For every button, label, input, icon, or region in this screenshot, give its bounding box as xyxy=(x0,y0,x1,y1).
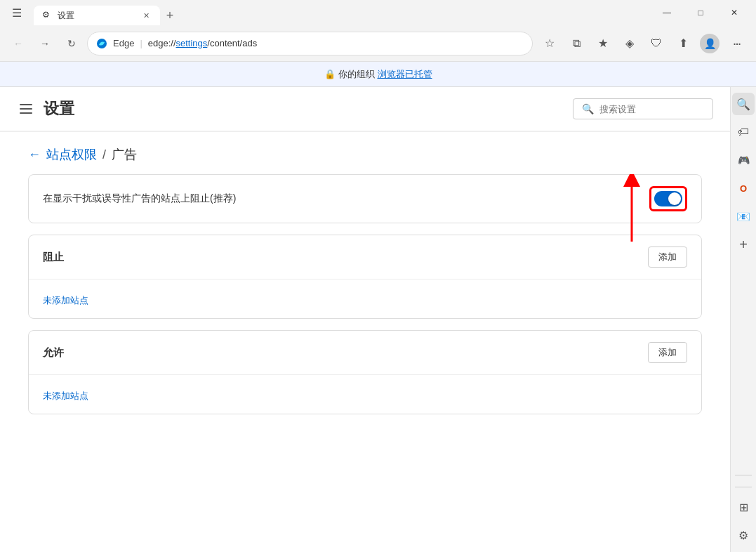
settings-title-label: 设置 xyxy=(44,98,74,119)
sidebar-outlook-button[interactable]: 📧 xyxy=(732,205,755,228)
breadcrumb-current-label: 广告 xyxy=(112,146,137,163)
settings-link[interactable]: settings xyxy=(176,38,208,48)
share-button[interactable]: ⬆ xyxy=(670,31,696,56)
address-input[interactable]: Edge | edge://settings/content/ads xyxy=(87,32,533,55)
ads-toggle[interactable] xyxy=(654,191,682,206)
tab-close-button[interactable]: ✕ xyxy=(140,10,152,21)
profile-avatar: 👤 xyxy=(700,34,719,53)
sidebar-shopping-button[interactable]: 🏷 xyxy=(732,121,755,143)
settings-content: 在显示干扰或误导性广告的站点上阻止(推荐) xyxy=(0,174,730,552)
collections-button[interactable]: ⧉ xyxy=(564,31,589,56)
block-section-title: 阻止 xyxy=(43,251,64,264)
back-button[interactable]: ← xyxy=(7,32,29,55)
main-layout: 设置 🔍 ← 站点权限 / 广告 在显示干扰或误导性广告的站点上阻止(推荐) xyxy=(0,87,756,552)
refresh-button[interactable]: ↻ xyxy=(60,32,83,55)
block-empty-row: 未添加站点 xyxy=(29,279,701,318)
window-controls-right: — □ ✕ xyxy=(651,1,750,24)
notification-text: 你的组织 xyxy=(338,68,375,81)
favorites-button[interactable]: ★ xyxy=(590,31,616,56)
allow-add-button[interactable]: 添加 xyxy=(648,342,687,363)
allow-card: 允许 添加 未添加站点 xyxy=(28,330,702,414)
forward-button[interactable]: → xyxy=(34,32,56,55)
tab-title-label: 设置 xyxy=(58,10,136,22)
sidebar-games-button[interactable]: 🎮 xyxy=(732,149,755,171)
block-add-button[interactable]: 添加 xyxy=(648,247,687,268)
sidebar-panel-button[interactable]: ⊞ xyxy=(732,496,755,518)
settings-search-box[interactable]: 🔍 xyxy=(573,98,713,119)
notification-lock-icon: 🔒 xyxy=(324,69,336,79)
sidebar-divider xyxy=(735,475,752,475)
content-area: 设置 🔍 ← 站点权限 / 广告 在显示干扰或误导性广告的站点上阻止(推荐) xyxy=(0,87,730,552)
add-to-favorites-button[interactable]: ☆ xyxy=(537,31,562,56)
more-tools-button[interactable]: ··· xyxy=(724,31,749,56)
sidebar-add-button[interactable]: + xyxy=(732,233,755,256)
tab-favicon-icon: ⚙ xyxy=(42,10,53,21)
profile-button[interactable]: 👤 xyxy=(697,31,722,56)
notification-bar: 🔒 你的组织 浏览器已托管 xyxy=(0,62,756,87)
edge-logo-icon xyxy=(96,38,107,49)
allow-header-row: 允许 添加 xyxy=(29,331,701,374)
block-header-row: 阻止 添加 xyxy=(29,235,701,279)
block-empty-label: 未添加站点 xyxy=(43,294,88,307)
settings-search-input[interactable] xyxy=(599,104,705,114)
settings-title-row: 设置 xyxy=(17,98,74,119)
settings-header: 设置 🔍 xyxy=(0,87,730,131)
hamburger-menu-button[interactable] xyxy=(17,101,35,117)
titlebar: ☰ ⚙ 设置 ✕ + — □ ✕ xyxy=(0,0,756,25)
allow-empty-label: 未添加站点 xyxy=(43,390,88,402)
address-url-text: edge://settings/content/ads xyxy=(148,38,257,48)
toggle-thumb xyxy=(668,192,681,205)
toolbar-right: ☆ ⧉ ★ ◈ 🛡 ⬆ 👤 ··· xyxy=(537,31,749,56)
sidebar-settings-button[interactable]: ⚙ xyxy=(732,524,755,546)
tab-area: ⚙ 设置 ✕ + xyxy=(34,0,645,25)
address-separator: | xyxy=(140,38,142,48)
toggle-label: 在显示干扰或误导性广告的站点上阻止(推荐) xyxy=(43,192,236,205)
notification-link[interactable]: 浏览器已托管 xyxy=(378,68,432,81)
breadcrumb-separator: / xyxy=(102,147,106,162)
toggle-row: 在显示干扰或误导性广告的站点上阻止(推荐) xyxy=(29,175,701,223)
copilot-button[interactable]: ◈ xyxy=(617,31,642,56)
sidebar-toggle-btn[interactable]: ☰ xyxy=(6,1,28,24)
window-controls-left: ☰ xyxy=(6,1,28,24)
minimize-button[interactable]: — xyxy=(651,1,683,24)
browser-brand-label: Edge xyxy=(113,38,134,48)
breadcrumb-back-button[interactable]: ← xyxy=(28,147,41,162)
breadcrumb-parent-link[interactable]: 站点权限 xyxy=(46,146,97,163)
sidebar-search-button[interactable]: 🔍 xyxy=(732,93,755,115)
close-button[interactable]: ✕ xyxy=(718,1,750,24)
toggle-track xyxy=(654,191,682,206)
settings-tab[interactable]: ⚙ 设置 ✕ xyxy=(34,6,160,25)
browser-essentials-button[interactable]: 🛡 xyxy=(644,31,669,56)
allow-section-title: 允许 xyxy=(43,346,64,360)
sidebar-divider2 xyxy=(735,487,752,487)
breadcrumb: ← 站点权限 / 广告 xyxy=(0,132,730,174)
toggle-highlight-box xyxy=(649,186,687,211)
sidebar-office-button[interactable]: O xyxy=(732,177,755,199)
restore-button[interactable]: □ xyxy=(684,1,717,24)
block-card: 阻止 添加 未添加站点 xyxy=(28,235,702,319)
new-tab-button[interactable]: + xyxy=(160,6,180,25)
search-icon: 🔍 xyxy=(582,103,594,114)
sidebar-panel: 🔍 🏷 🎮 O 📧 + ⊞ ⚙ xyxy=(730,87,756,552)
address-bar: ← → ↻ Edge | edge://settings/content/ads… xyxy=(0,25,756,62)
toggle-card: 在显示干扰或误导性广告的站点上阻止(推荐) xyxy=(28,174,702,223)
allow-empty-row: 未添加站点 xyxy=(29,374,701,414)
